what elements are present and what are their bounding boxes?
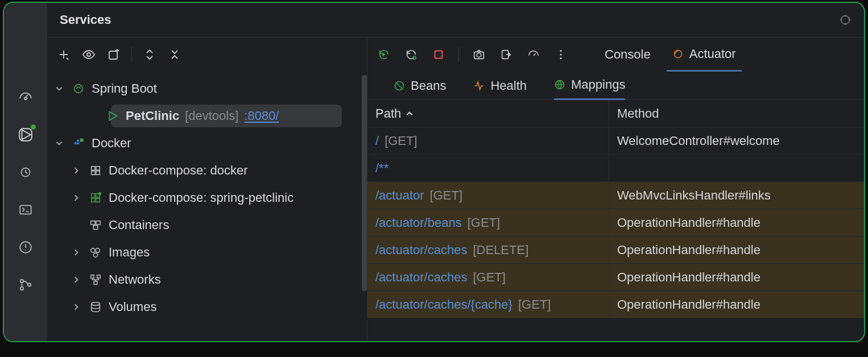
chevron-right-icon[interactable] [72,276,82,284]
mapping-method [609,155,864,181]
svg-rect-19 [96,167,100,170]
separator [131,47,132,62]
column-header-path[interactable]: Path [367,100,609,127]
mapping-method: OperationHandler#handle [609,209,864,236]
tab-console[interactable]: Console [599,38,656,72]
exit-icon[interactable] [498,46,515,63]
chevron-right-icon[interactable] [72,194,82,202]
run-icon[interactable] [16,126,35,144]
table-row[interactable]: /actuator/caches[DELETE]OperationHandler… [367,236,864,264]
chevron-right-icon[interactable] [72,303,82,311]
svg-rect-24 [92,198,95,202]
panel-title: Services [60,13,111,27]
svg-point-43 [560,50,561,52]
table-row[interactable]: /actuator/caches[GET]OperationHandler#ha… [367,264,864,291]
svg-point-31 [96,248,100,252]
tree-label: Spring Boot [92,81,157,96]
mapping-path: / [375,134,379,148]
table-row[interactable]: /** [367,155,864,182]
docker-icon [71,137,86,150]
gauge-icon[interactable] [16,88,35,106]
svg-rect-39 [435,51,443,59]
tree-node-petclinic[interactable]: PetClinic [devtools] :8080/ [47,102,367,130]
camera-icon[interactable] [470,46,487,63]
tree-node-images[interactable]: Images [47,239,367,266]
run-toolbar: Console Actuator [367,38,864,72]
svg-rect-11 [109,51,117,59]
svg-rect-14 [75,142,77,144]
activity-rail [4,3,47,341]
panel-title-bar: Services [47,3,864,37]
svg-point-44 [560,53,561,55]
svg-rect-29 [93,226,97,229]
svg-rect-4 [20,205,31,214]
svg-marker-13 [110,112,117,121]
subtab-health[interactable]: Health [473,72,527,100]
svg-rect-16 [77,140,79,142]
gauge-small-icon[interactable] [525,46,542,63]
mapping-path: /actuator/caches [375,243,467,258]
compose-running-icon [88,192,103,204]
warning-icon[interactable] [16,238,35,256]
more-icon[interactable] [552,46,569,63]
mapping-verb: [GET] [430,188,462,203]
app-devtools: [devtools] [185,109,238,123]
mapping-verb: [GET] [385,134,417,148]
svg-marker-1 [22,130,31,139]
svg-rect-18 [92,167,95,170]
tree-node-containers[interactable]: Containers [47,211,367,239]
svg-point-17 [80,138,83,142]
subtab-mappings[interactable]: Mappings [554,72,625,100]
mapping-method: OperationHandler#handle [609,291,864,318]
tree-node-dc-spring[interactable]: Docker-compose: spring-petclinic [47,184,367,211]
subtab-beans[interactable]: Beans [394,72,446,100]
table-row[interactable]: /actuator/caches/{cache}[GET]OperationHa… [367,291,864,318]
images-icon [88,246,103,259]
chevron-right-icon[interactable] [72,248,82,256]
svg-marker-37 [382,52,386,56]
actuator-subtabs: Beans Health Mappings [367,72,864,100]
tree-node-networks[interactable]: Networks [47,266,367,293]
circle-arrow-icon[interactable] [16,163,35,181]
eye-icon[interactable] [80,46,97,63]
chevron-down-icon[interactable] [55,139,65,147]
chevron-right-icon[interactable] [72,167,82,175]
svg-point-12 [75,85,83,93]
rerun-icon[interactable] [375,46,392,63]
svg-rect-20 [92,171,95,175]
tree-node-spring-boot[interactable]: Spring Boot [47,75,367,102]
tab-actuator[interactable]: Actuator [667,38,742,72]
mapping-method: OperationHandler#handle [609,264,864,290]
separator [458,47,459,62]
table-row[interactable]: /actuator[GET]WebMvcLinksHandler#links [367,182,864,209]
spring-icon [71,82,86,95]
svg-rect-15 [77,142,79,144]
column-header-method[interactable]: Method [609,100,864,127]
table-row[interactable]: /[GET]WelcomeController#welcome [367,127,864,155]
app-name: PetClinic [126,109,179,123]
add-icon[interactable] [55,46,72,63]
mapping-verb: [GET] [468,215,500,230]
svg-point-10 [87,53,90,56]
tree-label: Containers [109,218,169,233]
rerun-debug-icon[interactable] [403,46,420,63]
tree-node-dc-docker[interactable]: Docker-compose: docker [47,157,367,184]
tree-node-volumes[interactable]: Volumes [47,293,367,321]
target-icon[interactable] [839,14,852,26]
mapping-path: /actuator/caches [375,270,467,285]
tree-label: Images [109,245,150,260]
new-window-icon[interactable] [105,46,122,63]
terminal-icon[interactable] [16,201,35,219]
expand-icon[interactable] [141,46,158,63]
table-row[interactable]: /actuator/beans[GET]OperationHandler#han… [367,209,864,236]
mappings-table-body: /[GET]WelcomeController#welcome/**/actua… [367,127,864,318]
mapping-method: WebMvcLinksHandler#links [609,182,864,209]
tree-node-docker[interactable]: Docker [47,130,367,157]
svg-point-36 [92,302,100,306]
collapse-icon[interactable] [166,46,183,63]
svg-rect-21 [96,171,100,175]
app-port-link[interactable]: :8080/ [244,109,279,123]
stop-icon[interactable] [430,46,447,63]
git-icon[interactable] [16,276,35,294]
chevron-down-icon[interactable] [55,85,65,93]
